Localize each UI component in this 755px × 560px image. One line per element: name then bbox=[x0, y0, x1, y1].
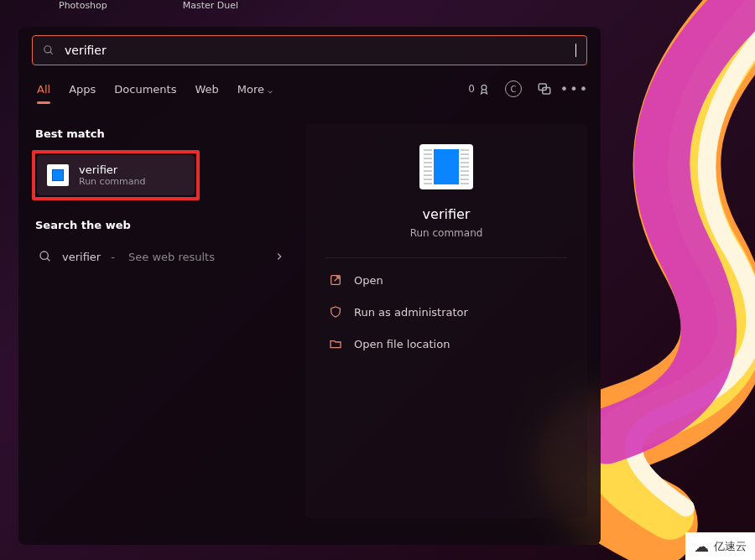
svg-point-0 bbox=[44, 46, 51, 53]
tab-all[interactable]: All bbox=[37, 83, 50, 96]
search-input[interactable] bbox=[65, 44, 569, 57]
filter-tabs: All Apps Documents Web More 0 C ••• bbox=[32, 65, 587, 104]
shield-icon bbox=[329, 305, 342, 319]
search-box[interactable] bbox=[32, 35, 587, 65]
svg-point-2 bbox=[482, 85, 487, 90]
web-term: verifier bbox=[62, 251, 101, 263]
svg-point-5 bbox=[40, 251, 48, 259]
desktop-icon-label[interactable]: Master Duel bbox=[183, 0, 238, 11]
web-hint: See web results bbox=[128, 251, 215, 263]
action-run-as-admin[interactable]: Run as administrator bbox=[325, 298, 567, 325]
detail-subtitle: Run command bbox=[410, 227, 483, 239]
medal-icon bbox=[478, 83, 490, 95]
text-caret bbox=[575, 44, 576, 57]
chevron-right-icon bbox=[273, 251, 285, 262]
tab-documents[interactable]: Documents bbox=[114, 83, 176, 96]
search-icon bbox=[39, 250, 52, 263]
best-match-title: verifier bbox=[79, 163, 146, 176]
start-search-panel: All Apps Documents Web More 0 C ••• Best… bbox=[18, 27, 601, 545]
profile-avatar[interactable]: C bbox=[505, 80, 522, 97]
tab-web[interactable]: Web bbox=[195, 83, 218, 96]
section-best-match: Best match bbox=[32, 124, 292, 150]
tab-apps[interactable]: Apps bbox=[69, 83, 96, 96]
desktop-icon-label[interactable]: Photoshop bbox=[59, 0, 107, 11]
detail-title: verifier bbox=[423, 206, 471, 222]
tab-more[interactable]: More bbox=[237, 83, 273, 96]
chat-icon[interactable] bbox=[537, 81, 552, 96]
action-open[interactable]: Open bbox=[325, 267, 567, 293]
desktop-shortcuts: Photoshop Master Duel bbox=[59, 0, 238, 11]
annotation-highlight: verifier Run command bbox=[32, 150, 200, 200]
best-match-item[interactable]: verifier Run command bbox=[37, 155, 195, 195]
svg-line-6 bbox=[47, 258, 49, 261]
action-open-file-location[interactable]: Open file location bbox=[325, 330, 567, 357]
section-search-web: Search the web bbox=[32, 215, 292, 241]
results-column: Best match verifier Run command Search t… bbox=[32, 124, 292, 518]
run-command-large-icon bbox=[419, 144, 473, 189]
best-match-subtitle: Run command bbox=[79, 176, 146, 187]
run-command-icon bbox=[47, 164, 69, 186]
open-icon bbox=[329, 273, 342, 287]
more-options-icon[interactable]: ••• bbox=[567, 81, 582, 96]
search-icon bbox=[43, 44, 55, 56]
folder-icon bbox=[329, 337, 342, 350]
watermark-text: 亿速云 bbox=[714, 539, 747, 554]
rewards-points[interactable]: 0 bbox=[468, 83, 490, 95]
watermark: ☁ 亿速云 bbox=[685, 532, 755, 560]
web-result-item[interactable]: verifier - See web results bbox=[32, 241, 292, 272]
divider bbox=[325, 257, 567, 258]
cloud-icon: ☁ bbox=[694, 537, 709, 555]
detail-pane: verifier Run command Open Run as adminis… bbox=[305, 124, 587, 518]
svg-line-1 bbox=[50, 52, 53, 54]
